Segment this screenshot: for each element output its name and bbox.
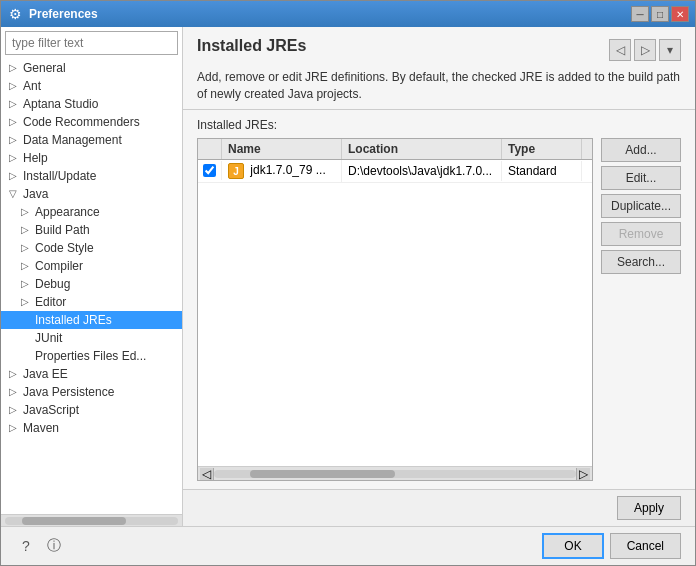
sidebar-item-label: Help [23, 151, 48, 165]
window-title: Preferences [29, 7, 631, 21]
dropdown-button[interactable]: ▾ [659, 39, 681, 61]
filter-input[interactable] [5, 31, 178, 55]
close-button[interactable]: ✕ [671, 6, 689, 22]
column-header-type[interactable]: Type [502, 139, 582, 159]
sidebar-item-label: Properties Files Ed... [35, 349, 146, 363]
main-content: ▷ General ▷ Ant ▷ Aptana Studio ▷ Code R… [1, 27, 695, 526]
sidebar-item-label: Appearance [35, 205, 100, 219]
expand-arrow: ▷ [9, 116, 21, 128]
scroll-track[interactable] [214, 470, 576, 478]
help-button[interactable]: ? [15, 535, 37, 557]
bottom-bar: Apply [183, 489, 695, 526]
expand-arrow: ▷ [9, 62, 21, 74]
section-label: Installed JREs: [197, 118, 681, 132]
jre-checkbox[interactable] [203, 164, 216, 177]
row-checkbox-cell [198, 161, 222, 180]
left-panel: ▷ General ▷ Ant ▷ Aptana Studio ▷ Code R… [1, 27, 183, 526]
sidebar-item-java-persistence[interactable]: ▷ Java Persistence [1, 383, 182, 401]
apply-button[interactable]: Apply [617, 496, 681, 520]
search-button[interactable]: Search... [601, 250, 681, 274]
table-body: J jdk1.7.0_79 ... D:\devtools\Java\jdk1.… [198, 160, 592, 466]
cancel-button[interactable]: Cancel [610, 533, 681, 559]
tree-container: ▷ General ▷ Ant ▷ Aptana Studio ▷ Code R… [1, 59, 182, 514]
info-button[interactable]: ⓘ [43, 535, 65, 557]
sidebar-item-compiler[interactable]: ▷ Compiler [1, 257, 182, 275]
add-button[interactable]: Add... [601, 138, 681, 162]
sidebar-item-properties-files[interactable]: Properties Files Ed... [1, 347, 182, 365]
sidebar-item-data-management[interactable]: ▷ Data Management [1, 131, 182, 149]
expand-arrow [21, 332, 33, 344]
sidebar-item-label: Data Management [23, 133, 122, 147]
sidebar-item-label: Aptana Studio [23, 97, 98, 111]
tree-horizontal-scrollbar[interactable] [1, 514, 182, 526]
sidebar-item-appearance[interactable]: ▷ Appearance [1, 203, 182, 221]
column-header-location[interactable]: Location [342, 139, 502, 159]
sidebar-item-installed-jres[interactable]: Installed JREs [1, 311, 182, 329]
right-header: Installed JREs ◁ ▷ ▾ [183, 27, 695, 110]
sidebar-item-debug[interactable]: ▷ Debug [1, 275, 182, 293]
expand-arrow: ▷ [9, 80, 21, 92]
edit-button[interactable]: Edit... [601, 166, 681, 190]
expand-arrow [21, 314, 33, 326]
sidebar-item-label: Editor [35, 295, 66, 309]
info-icon: ⓘ [47, 537, 61, 555]
footer-right: OK Cancel [542, 533, 681, 559]
sidebar-item-java[interactable]: ▽ Java [1, 185, 182, 203]
expand-arrow: ▷ [21, 278, 33, 290]
table-row[interactable]: J jdk1.7.0_79 ... D:\devtools\Java\jdk1.… [198, 160, 592, 183]
sidebar-item-code-style[interactable]: ▷ Code Style [1, 239, 182, 257]
back-icon: ◁ [616, 43, 625, 57]
footer-left: ? ⓘ [15, 535, 65, 557]
title-bar: ⚙ Preferences ─ □ ✕ [1, 1, 695, 27]
expand-arrow: ▷ [9, 404, 21, 416]
sidebar-item-label: Install/Update [23, 169, 96, 183]
sidebar-item-javascript[interactable]: ▷ JavaScript [1, 401, 182, 419]
right-body: Installed JREs: Name Location Type [183, 110, 695, 489]
expand-arrow: ▽ [9, 188, 21, 200]
window-icon: ⚙ [7, 6, 23, 22]
sidebar-item-install-update[interactable]: ▷ Install/Update [1, 167, 182, 185]
sidebar-item-label: JavaScript [23, 403, 79, 417]
sidebar-item-label: JUnit [35, 331, 62, 345]
row-type-cell: Standard [502, 161, 582, 181]
expand-arrow: ▷ [9, 368, 21, 380]
sidebar-item-build-path[interactable]: ▷ Build Path [1, 221, 182, 239]
jre-icon: J [228, 163, 244, 179]
sidebar-item-general[interactable]: ▷ General [1, 59, 182, 77]
maximize-button[interactable]: □ [651, 6, 669, 22]
table-header: Name Location Type [198, 139, 592, 160]
sidebar-item-junit[interactable]: JUnit [1, 329, 182, 347]
footer-bar: ? ⓘ OK Cancel [1, 526, 695, 565]
dropdown-icon: ▾ [667, 43, 673, 57]
window-controls: ─ □ ✕ [631, 6, 689, 22]
sidebar-item-label: Java [23, 187, 48, 201]
table-horizontal-scrollbar[interactable]: ◁ ▷ [198, 466, 592, 480]
description-text: Add, remove or edit JRE definitions. By … [197, 69, 681, 103]
right-panel-title: Installed JREs [197, 37, 306, 55]
sidebar-item-label: Java Persistence [23, 385, 114, 399]
expand-arrow: ▷ [9, 134, 21, 146]
minimize-button[interactable]: ─ [631, 6, 649, 22]
duplicate-button[interactable]: Duplicate... [601, 194, 681, 218]
ok-button[interactable]: OK [542, 533, 603, 559]
forward-button[interactable]: ▷ [634, 39, 656, 61]
preferences-window: ⚙ Preferences ─ □ ✕ ▷ General ▷ Ant [0, 0, 696, 566]
back-button[interactable]: ◁ [609, 39, 631, 61]
sidebar-item-java-ee[interactable]: ▷ Java EE [1, 365, 182, 383]
sidebar-item-help[interactable]: ▷ Help [1, 149, 182, 167]
sidebar-item-code-recommenders[interactable]: ▷ Code Recommenders [1, 113, 182, 131]
expand-arrow: ▷ [9, 170, 21, 182]
sidebar-item-aptana[interactable]: ▷ Aptana Studio [1, 95, 182, 113]
sidebar-item-label: Build Path [35, 223, 90, 237]
sidebar-item-maven[interactable]: ▷ Maven [1, 419, 182, 437]
sidebar-item-editor[interactable]: ▷ Editor [1, 293, 182, 311]
sidebar-item-ant[interactable]: ▷ Ant [1, 77, 182, 95]
expand-arrow: ▷ [9, 422, 21, 434]
sidebar-item-label: Code Recommenders [23, 115, 140, 129]
expand-arrow: ▷ [21, 206, 33, 218]
expand-arrow: ▷ [21, 260, 33, 272]
column-header-name[interactable]: Name [222, 139, 342, 159]
right-panel: Installed JREs ◁ ▷ ▾ [183, 27, 695, 526]
remove-button[interactable]: Remove [601, 222, 681, 246]
window-body: ▷ General ▷ Ant ▷ Aptana Studio ▷ Code R… [1, 27, 695, 565]
